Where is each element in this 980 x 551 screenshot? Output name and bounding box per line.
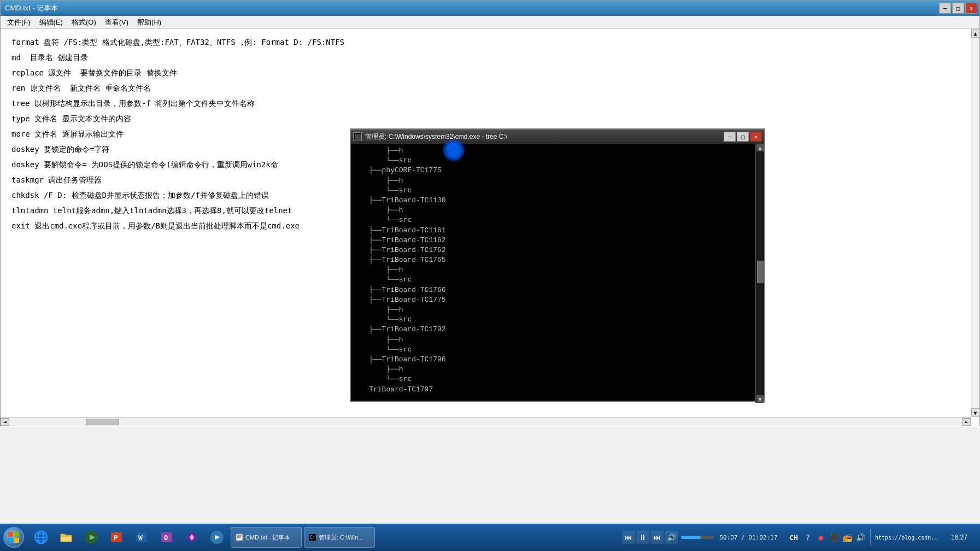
taskbar-powerpoint-icon[interactable]: P xyxy=(105,526,128,549)
svg-rect-2 xyxy=(8,538,13,543)
cmd-app-icon: ⬛ xyxy=(353,132,362,141)
mediacenter-icon xyxy=(209,530,225,545)
notepad-menubar: 文件(F) 编辑(E) 格式(O) 查看(V) 帮助(H) xyxy=(1,16,979,29)
menu-view[interactable]: 查看(V) xyxy=(101,16,133,28)
taskbar-items: P W O xyxy=(27,526,619,549)
windows-logo-icon xyxy=(8,531,20,543)
cmd-titlebar: ⬛ 管理员: C:\Windows\system32\cmd.exe - tre… xyxy=(351,130,764,144)
start-button[interactable] xyxy=(0,524,27,551)
tray-network-icon[interactable]: 🔊 xyxy=(855,532,866,543)
titlebar-buttons: ─ □ ✕ xyxy=(939,3,977,14)
cmd-title-text: 管理员: C:\Windows\system32\cmd.exe - tree … xyxy=(365,132,507,142)
menu-file[interactable]: 文件(F) xyxy=(3,16,35,28)
cmd-scrollbar[interactable]: ▲ ▼ xyxy=(755,144,764,403)
taskbar-mediacenter-icon[interactable] xyxy=(206,526,228,549)
svg-text:P: P xyxy=(114,534,118,542)
cmd-small-icon: C:\ xyxy=(309,534,316,541)
svg-rect-1 xyxy=(14,532,19,537)
hscroll-left-button[interactable]: ◄ xyxy=(1,418,9,426)
svg-text:O: O xyxy=(164,534,168,542)
volume-fill xyxy=(681,536,701,539)
taskbar-vs-icon[interactable] xyxy=(180,526,203,549)
taskbar-notepad-item[interactable]: CMD.txt - 记事本 xyxy=(231,527,302,548)
taskbar-ie-icon[interactable] xyxy=(30,526,52,549)
taskbar-word-icon[interactable]: W xyxy=(130,526,153,549)
notepad-taskbar-label: CMD.txt - 记事本 xyxy=(245,534,291,542)
hscroll-thumb[interactable] xyxy=(86,419,119,425)
outlook-icon: O xyxy=(159,530,174,545)
cmd-scroll-down-button[interactable]: ▼ xyxy=(756,395,764,403)
media-play-button[interactable]: ⏸ xyxy=(636,531,649,544)
media-timestamp: 50:07 / 01:02:17 xyxy=(717,534,779,541)
media-prev-button[interactable]: ⏮ xyxy=(622,531,635,544)
svg-rect-3 xyxy=(14,538,19,543)
content-line-4: replace 源文件 要替换文件的目录 替换文件 xyxy=(11,65,969,80)
content-line-2: md 目录名 创建目录 xyxy=(11,50,969,65)
menu-help[interactable]: 帮助(H) xyxy=(133,16,166,28)
cmd-close-button[interactable]: ✕ xyxy=(750,132,762,142)
svg-rect-21 xyxy=(215,536,216,539)
tray-help-icon[interactable]: ? xyxy=(802,532,813,543)
play-icon xyxy=(84,530,99,545)
tray-record-icon[interactable]: ● xyxy=(815,532,826,543)
system-clock[interactable]: 16:27 xyxy=(943,534,976,541)
tray-speaker-icon[interactable]: 📻 xyxy=(842,532,853,543)
cmd-output: ├──h └──src ├──phyCORE-TC1775 ├──h └──sr… xyxy=(352,146,763,394)
svg-text:W: W xyxy=(138,534,143,542)
svg-rect-22 xyxy=(236,534,243,541)
taskbar-mediaplayer-icon[interactable] xyxy=(80,526,103,549)
minimize-button[interactable]: ─ xyxy=(939,3,951,14)
tray-blog-url: https://blog.csdn.net/qq_33608200 xyxy=(875,535,941,541)
tray-black-icon[interactable]: ⬛ xyxy=(829,532,840,543)
system-tray: CH ? ● ⬛ 📻 🔊 https://blog.csdn.net/qq_33… xyxy=(783,529,980,546)
input-language-indicator[interactable]: CH xyxy=(787,534,800,542)
word-icon: W xyxy=(134,530,149,545)
cmd-title-left: ⬛ 管理员: C:\Windows\system32\cmd.exe - tre… xyxy=(353,132,507,142)
cmd-content: ├──h └──src ├──phyCORE-TC1775 ├──h └──sr… xyxy=(351,144,764,394)
content-line-10: type 文件名 显示文本文件的内容 xyxy=(11,111,969,126)
hscroll-right-button[interactable]: ► xyxy=(962,418,971,426)
content-line-6: ren 原文件名 新文件名 重命名文件名 xyxy=(11,80,969,96)
powerpoint-icon: P xyxy=(109,530,124,545)
content-line-8: tree 以树形结构显示出目录，用参数-f 将列出第个文件夹中文件名称 xyxy=(11,96,969,111)
tray-separator xyxy=(870,529,871,546)
cmd-title-buttons: ─ □ ✕ xyxy=(724,132,762,142)
taskbar-explorer-icon[interactable] xyxy=(55,526,78,549)
cmd-window: ⬛ 管理员: C:\Windows\system32\cmd.exe - tre… xyxy=(350,128,765,402)
ie-icon xyxy=(33,530,49,545)
cmd-minimize-button[interactable]: ─ xyxy=(724,132,736,142)
start-orb[interactable] xyxy=(3,527,24,548)
volume-slider[interactable] xyxy=(681,536,714,539)
menu-edit[interactable]: 编辑(E) xyxy=(35,16,67,28)
svg-text:C:\: C:\ xyxy=(310,535,316,540)
menu-format[interactable]: 格式(O) xyxy=(67,16,101,28)
notepad-small-icon xyxy=(236,534,243,541)
cmd-scroll-up-button[interactable]: ▲ xyxy=(756,144,764,151)
cmd-taskbar-label: 管理员: C:\Win... xyxy=(319,534,363,542)
folder-icon xyxy=(58,530,74,545)
vs-icon xyxy=(184,530,199,545)
content-line-0: format 盘符 /FS:类型 格式化磁盘,类型:FAT、FAT32、NTFS… xyxy=(11,34,969,50)
close-button[interactable]: ✕ xyxy=(965,3,977,14)
media-next-button[interactable]: ⏭ xyxy=(650,531,664,544)
taskbar-cmd-item[interactable]: C:\ 管理员: C:\Win... xyxy=(304,527,375,548)
notepad-hscrollbar[interactable]: ◄ ► xyxy=(1,417,971,426)
svg-rect-0 xyxy=(8,532,13,537)
scroll-down-button[interactable]: ▼ xyxy=(971,408,980,417)
clock-time: 16:27 xyxy=(951,534,967,541)
taskbar-media-controls: ⏮ ⏸ ⏭ 🔊 50:07 / 01:02:17 xyxy=(619,531,783,544)
notepad-vscrollbar[interactable]: ▲ ▼ xyxy=(971,29,979,417)
notepad-title: CMD.txt - 记事本 xyxy=(3,3,58,13)
taskbar: P W O xyxy=(0,524,980,551)
maximize-button[interactable]: □ xyxy=(952,3,964,14)
cmd-maximize-button[interactable]: □ xyxy=(737,132,749,142)
scroll-up-button[interactable]: ▲ xyxy=(971,29,980,38)
notepad-titlebar: CMD.txt - 记事本 ─ □ ✕ xyxy=(1,1,979,16)
media-volume-button[interactable]: 🔊 xyxy=(665,531,678,544)
cmd-scroll-thumb[interactable] xyxy=(757,261,764,283)
taskbar-outlook-icon[interactable]: O xyxy=(155,526,178,549)
